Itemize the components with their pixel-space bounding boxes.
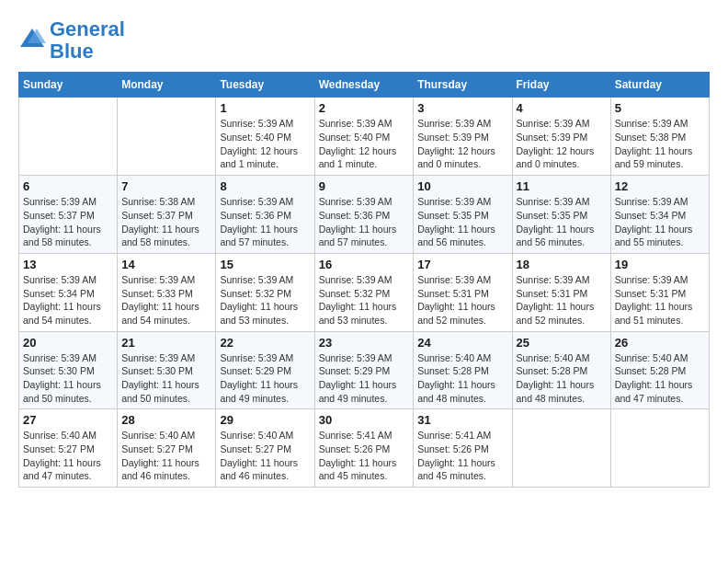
calendar-cell: 7Sunrise: 5:38 AMSunset: 5:37 PMDaylight… — [118, 176, 216, 254]
calendar-cell: 10Sunrise: 5:39 AMSunset: 5:35 PMDayligh… — [414, 176, 512, 254]
calendar-cell — [19, 98, 118, 176]
cell-text: Sunrise: 5:39 AMSunset: 5:32 PMDaylight:… — [220, 273, 310, 327]
calendar-cell: 18Sunrise: 5:39 AMSunset: 5:31 PMDayligh… — [512, 253, 610, 331]
cell-text: Sunrise: 5:39 AMSunset: 5:39 PMDaylight:… — [517, 117, 607, 171]
calendar-cell: 24Sunrise: 5:40 AMSunset: 5:28 PMDayligh… — [414, 331, 512, 409]
weekday-header-friday: Friday — [512, 73, 610, 98]
day-number: 25 — [517, 336, 607, 350]
cell-text: Sunrise: 5:39 AMSunset: 5:40 PMDaylight:… — [319, 117, 410, 171]
calendar-cell: 11Sunrise: 5:39 AMSunset: 5:35 PMDayligh… — [512, 176, 610, 254]
day-number: 17 — [417, 258, 507, 271]
cell-text: Sunrise: 5:39 AMSunset: 5:33 PMDaylight:… — [121, 273, 211, 327]
calendar-cell: 20Sunrise: 5:39 AMSunset: 5:30 PMDayligh… — [19, 331, 118, 409]
day-number: 11 — [517, 179, 607, 193]
day-number: 19 — [615, 258, 705, 271]
calendar-week-row: 20Sunrise: 5:39 AMSunset: 5:30 PMDayligh… — [19, 331, 710, 409]
day-number: 24 — [417, 336, 507, 350]
calendar-cell — [610, 409, 709, 488]
calendar-cell: 1Sunrise: 5:39 AMSunset: 5:40 PMDaylight… — [216, 98, 314, 176]
day-number: 26 — [615, 336, 705, 350]
calendar-week-row: 13Sunrise: 5:39 AMSunset: 5:34 PMDayligh… — [19, 253, 710, 331]
day-number: 27 — [23, 413, 113, 427]
calendar-cell: 30Sunrise: 5:41 AMSunset: 5:26 PMDayligh… — [314, 409, 414, 488]
calendar-cell: 31Sunrise: 5:41 AMSunset: 5:26 PMDayligh… — [414, 409, 512, 488]
weekday-header-tuesday: Tuesday — [216, 73, 314, 98]
cell-text: Sunrise: 5:39 AMSunset: 5:31 PMDaylight:… — [615, 273, 705, 327]
day-number: 6 — [23, 179, 113, 193]
day-number: 10 — [417, 179, 507, 193]
cell-text: Sunrise: 5:40 AMSunset: 5:28 PMDaylight:… — [517, 351, 607, 406]
calendar-cell: 4Sunrise: 5:39 AMSunset: 5:39 PMDaylight… — [512, 98, 610, 176]
calendar-cell — [512, 409, 610, 488]
weekday-header-sunday: Sunday — [19, 73, 118, 98]
calendar-cell: 23Sunrise: 5:39 AMSunset: 5:29 PMDayligh… — [314, 331, 414, 409]
logo-icon — [18, 27, 46, 54]
day-number: 16 — [319, 258, 410, 271]
day-number: 4 — [517, 101, 607, 115]
day-number: 13 — [23, 258, 113, 271]
calendar-week-row: 6Sunrise: 5:39 AMSunset: 5:37 PMDaylight… — [19, 176, 710, 254]
day-number: 14 — [121, 258, 211, 271]
cell-text: Sunrise: 5:39 AMSunset: 5:34 PMDaylight:… — [615, 195, 705, 249]
calendar-cell: 28Sunrise: 5:40 AMSunset: 5:27 PMDayligh… — [118, 409, 216, 488]
day-number: 22 — [220, 336, 310, 350]
day-number: 7 — [121, 179, 211, 193]
cell-text: Sunrise: 5:40 AMSunset: 5:28 PMDaylight:… — [417, 351, 507, 406]
day-number: 31 — [417, 413, 507, 427]
day-number: 5 — [615, 101, 705, 115]
calendar-cell: 26Sunrise: 5:40 AMSunset: 5:28 PMDayligh… — [610, 331, 709, 409]
calendar-cell: 14Sunrise: 5:39 AMSunset: 5:33 PMDayligh… — [118, 253, 216, 331]
cell-text: Sunrise: 5:39 AMSunset: 5:31 PMDaylight:… — [417, 273, 507, 327]
cell-text: Sunrise: 5:39 AMSunset: 5:35 PMDaylight:… — [417, 195, 507, 249]
day-number: 20 — [23, 336, 113, 350]
cell-text: Sunrise: 5:41 AMSunset: 5:26 PMDaylight:… — [417, 429, 507, 483]
weekday-header-row: SundayMondayTuesdayWednesdayThursdayFrid… — [19, 73, 710, 98]
weekday-header-thursday: Thursday — [414, 73, 512, 98]
cell-text: Sunrise: 5:39 AMSunset: 5:38 PMDaylight:… — [615, 117, 705, 171]
calendar-cell: 16Sunrise: 5:39 AMSunset: 5:32 PMDayligh… — [314, 253, 414, 331]
cell-text: Sunrise: 5:40 AMSunset: 5:27 PMDaylight:… — [220, 429, 310, 483]
calendar-week-row: 27Sunrise: 5:40 AMSunset: 5:27 PMDayligh… — [19, 409, 710, 488]
calendar-cell: 27Sunrise: 5:40 AMSunset: 5:27 PMDayligh… — [19, 409, 118, 488]
calendar-cell: 8Sunrise: 5:39 AMSunset: 5:36 PMDaylight… — [216, 176, 314, 254]
page-header: General Blue — [18, 18, 710, 63]
day-number: 30 — [319, 413, 410, 427]
cell-text: Sunrise: 5:39 AMSunset: 5:29 PMDaylight:… — [319, 351, 410, 406]
cell-text: Sunrise: 5:39 AMSunset: 5:36 PMDaylight:… — [220, 195, 310, 249]
cell-text: Sunrise: 5:39 AMSunset: 5:30 PMDaylight:… — [23, 351, 113, 406]
day-number: 29 — [220, 413, 310, 427]
calendar-cell: 12Sunrise: 5:39 AMSunset: 5:34 PMDayligh… — [610, 176, 709, 254]
logo-text: General Blue — [50, 18, 125, 63]
cell-text: Sunrise: 5:39 AMSunset: 5:35 PMDaylight:… — [517, 195, 607, 249]
day-number: 28 — [121, 413, 211, 427]
calendar-cell: 9Sunrise: 5:39 AMSunset: 5:36 PMDaylight… — [314, 176, 414, 254]
cell-text: Sunrise: 5:39 AMSunset: 5:37 PMDaylight:… — [23, 195, 113, 249]
calendar-cell — [118, 98, 216, 176]
calendar-cell: 15Sunrise: 5:39 AMSunset: 5:32 PMDayligh… — [216, 253, 314, 331]
cell-text: Sunrise: 5:39 AMSunset: 5:31 PMDaylight:… — [517, 273, 607, 327]
weekday-header-monday: Monday — [118, 73, 216, 98]
cell-text: Sunrise: 5:39 AMSunset: 5:32 PMDaylight:… — [319, 273, 410, 327]
calendar-week-row: 1Sunrise: 5:39 AMSunset: 5:40 PMDaylight… — [19, 98, 710, 176]
calendar-cell: 29Sunrise: 5:40 AMSunset: 5:27 PMDayligh… — [216, 409, 314, 488]
day-number: 21 — [121, 336, 211, 350]
logo: General Blue — [18, 18, 125, 63]
cell-text: Sunrise: 5:40 AMSunset: 5:27 PMDaylight:… — [121, 429, 211, 483]
cell-text: Sunrise: 5:40 AMSunset: 5:28 PMDaylight:… — [615, 351, 705, 406]
cell-text: Sunrise: 5:38 AMSunset: 5:37 PMDaylight:… — [121, 195, 211, 249]
day-number: 2 — [319, 101, 410, 115]
day-number: 8 — [220, 179, 310, 193]
weekday-header-wednesday: Wednesday — [314, 73, 414, 98]
weekday-header-saturday: Saturday — [610, 73, 709, 98]
calendar-cell: 25Sunrise: 5:40 AMSunset: 5:28 PMDayligh… — [512, 331, 610, 409]
cell-text: Sunrise: 5:39 AMSunset: 5:34 PMDaylight:… — [23, 273, 113, 327]
cell-text: Sunrise: 5:39 AMSunset: 5:30 PMDaylight:… — [121, 351, 211, 406]
day-number: 18 — [517, 258, 607, 271]
cell-text: Sunrise: 5:39 AMSunset: 5:29 PMDaylight:… — [220, 351, 310, 406]
calendar-cell: 3Sunrise: 5:39 AMSunset: 5:39 PMDaylight… — [414, 98, 512, 176]
day-number: 12 — [615, 179, 705, 193]
calendar-cell: 17Sunrise: 5:39 AMSunset: 5:31 PMDayligh… — [414, 253, 512, 331]
cell-text: Sunrise: 5:39 AMSunset: 5:36 PMDaylight:… — [319, 195, 410, 249]
cell-text: Sunrise: 5:41 AMSunset: 5:26 PMDaylight:… — [319, 429, 410, 483]
calendar-cell: 6Sunrise: 5:39 AMSunset: 5:37 PMDaylight… — [19, 176, 118, 254]
